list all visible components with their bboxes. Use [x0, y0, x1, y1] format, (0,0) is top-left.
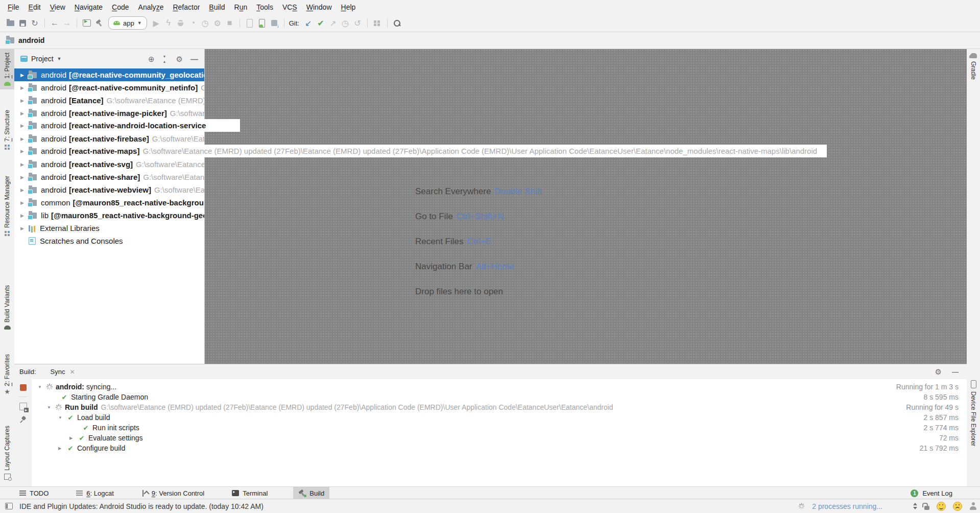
git-update-icon[interactable]: ↙: [302, 17, 315, 29]
menu-view[interactable]: View: [45, 0, 70, 14]
profile-icon[interactable]: ◔: [187, 17, 199, 29]
avd-manager-icon[interactable]: [256, 17, 268, 29]
happy-face-icon[interactable]: [937, 502, 946, 511]
make-project-hammer-icon[interactable]: [93, 17, 105, 29]
toolwindow-toggle-icon[interactable]: [5, 503, 13, 509]
sidebar-item-structure[interactable]: 7: Structure: [0, 110, 14, 150]
debug-icon[interactable]: [175, 17, 187, 29]
sidebar-item-device-file-explorer[interactable]: Device File Explorer: [967, 380, 980, 446]
close-icon[interactable]: ✕: [69, 368, 75, 376]
hide-panel-icon[interactable]: —: [190, 55, 198, 63]
run-configuration-select[interactable]: app ▼: [108, 16, 147, 30]
search-everywhere-icon[interactable]: [391, 17, 403, 29]
open-file-icon[interactable]: [4, 17, 16, 29]
toolwindow-todo[interactable]: TODO: [17, 487, 51, 499]
tree-row-android-netinfo[interactable]: ▶ android[@react-native-community_netinf…: [14, 81, 204, 94]
menu-window[interactable]: Window: [302, 0, 337, 14]
build-row-gradle-daemon[interactable]: ✔ Starting Gradle Daemon 8 s 595 ms: [32, 392, 967, 402]
menu-analyze[interactable]: Analyze: [134, 0, 169, 14]
breadcrumb[interactable]: android: [18, 36, 44, 44]
tree-row-location-service-expanded[interactable]: ▶ android[react-native-android-location-…: [14, 119, 240, 132]
sidebar-item-favorites[interactable]: 2: Favorites ★: [0, 354, 14, 394]
menu-help[interactable]: Help: [337, 0, 361, 14]
tab-sync[interactable]: Sync ✕: [51, 368, 75, 376]
chevron-right-icon[interactable]: ▶: [69, 436, 78, 440]
toolwindow-version-control[interactable]: 9: Version Control: [139, 487, 206, 499]
sidebar-item-build-variants[interactable]: Build Variants: [0, 285, 14, 330]
build-row-configure-build[interactable]: ▶ ✔ Configure build 21 s 792 ms: [32, 443, 967, 453]
tree-row-maps-expanded[interactable]: ▶ android[react-native-maps]G:\software\…: [14, 145, 827, 157]
locate-file-icon[interactable]: ⊕: [148, 55, 155, 63]
profiler-gauge-icon[interactable]: ◷: [199, 17, 211, 29]
user-notifications-icon[interactable]: [969, 502, 977, 510]
tree-row-external-libraries[interactable]: ▶ External Libraries: [14, 222, 204, 235]
menu-code[interactable]: Code: [107, 0, 133, 14]
tree-row-scratches[interactable]: ▶ Scratches and Consoles: [14, 235, 204, 247]
collapse-all-icon[interactable]: [162, 56, 169, 62]
build-row-run-build[interactable]: ▼ Run build G:\software\Eatance (EMRD) u…: [32, 402, 967, 412]
tree-row-android-image-picker[interactable]: ▶ android[react-native-image-picker]G:\s…: [14, 107, 204, 120]
chevron-down-icon[interactable]: ▼: [38, 385, 46, 389]
menu-navigate[interactable]: Navigate: [70, 0, 107, 14]
run-in-window-icon[interactable]: [81, 17, 93, 29]
save-all-icon[interactable]: [16, 17, 29, 29]
sidebar-item-gradle[interactable]: Gradle: [967, 53, 980, 80]
event-log-button[interactable]: 1 Event Log: [911, 489, 952, 497]
sad-face-icon[interactable]: [953, 502, 962, 511]
menu-run[interactable]: Run: [230, 0, 252, 14]
tree-row-android-eatance[interactable]: ▶ android[Eatance]G:\software\Eatance (E…: [14, 94, 204, 107]
shelf-icon[interactable]: [371, 17, 384, 29]
history-icon[interactable]: ◷: [339, 17, 351, 29]
sidebar-item-project[interactable]: 1: Project: [0, 49, 14, 89]
git-commit-icon[interactable]: ✔: [315, 17, 327, 29]
build-row-load-build[interactable]: ▼ ✔ Load build 2 s 857 ms: [32, 412, 967, 423]
toolwindow-logcat[interactable]: 6: Logcat: [74, 487, 116, 499]
build-row-run-init-scripts[interactable]: ✔ Run init scripts 2 s 774 ms: [32, 423, 967, 433]
chevron-down-icon[interactable]: ▼: [47, 405, 55, 410]
device-icon[interactable]: [244, 17, 256, 29]
tree-row-android-firebase[interactable]: ▶ android[react-native-firebase]G:\softw…: [14, 132, 204, 145]
tree-row-android-svg[interactable]: ▶ android[react-native-svg]G:\software\E…: [14, 158, 204, 171]
restore-view-icon[interactable]: [19, 403, 27, 410]
pin-icon[interactable]: [19, 416, 27, 423]
chevron-down-icon[interactable]: ▼: [58, 415, 66, 420]
unlock-icon[interactable]: [924, 506, 929, 510]
resize-stepper-icon[interactable]: [913, 503, 917, 509]
settings-gear-icon[interactable]: ⚙: [176, 55, 183, 63]
menu-edit[interactable]: Edit: [24, 0, 45, 14]
forward-icon[interactable]: →: [61, 17, 73, 29]
tree-row-common-background-geolocation[interactable]: ▶ common[@mauron85_react-native-backgrou…: [14, 196, 204, 209]
build-settings-gear-icon[interactable]: ⚙: [935, 367, 942, 377]
rollback-icon[interactable]: ↺: [351, 17, 364, 29]
menu-tools[interactable]: Tools: [252, 0, 278, 14]
run-icon[interactable]: ▶: [150, 17, 162, 29]
menu-refactor[interactable]: Refactor: [168, 0, 204, 14]
toolwindow-terminal[interactable]: Terminal: [230, 487, 270, 499]
stop-icon[interactable]: ■: [224, 17, 236, 29]
back-icon[interactable]: ←: [49, 17, 61, 29]
project-view-selector[interactable]: Project: [31, 55, 54, 63]
menu-vcs[interactable]: VCS: [278, 0, 302, 14]
tree-row-lib-background-geolocation[interactable]: ▶ lib[@mauron85_react-native-background-…: [14, 209, 204, 222]
tree-row-android-geolocation[interactable]: ▶ android[@react-native-community_geoloc…: [14, 68, 204, 81]
sidebar-item-layout-captures[interactable]: Layout Captures: [0, 426, 14, 480]
chevron-right-icon[interactable]: ▶: [20, 226, 29, 231]
chevron-down-icon[interactable]: ▼: [57, 56, 62, 61]
sync-icon[interactable]: ↻: [29, 17, 41, 29]
toolwindow-build[interactable]: Build: [293, 487, 329, 499]
chevron-right-icon[interactable]: ▶: [58, 446, 66, 451]
stop-build-icon[interactable]: [20, 384, 27, 391]
sidebar-item-resource-manager[interactable]: Resource Manager: [0, 176, 14, 237]
tree-row-android-webview[interactable]: ▶ android[react-native-webview]G:\softwa…: [14, 183, 204, 196]
sdk-manager-icon[interactable]: [268, 17, 280, 29]
attach-debugger-icon[interactable]: ⚙: [211, 17, 224, 29]
build-row-syncing[interactable]: ▼ android: syncing... Running for 1 m 3 …: [32, 382, 967, 392]
tree-row-android-share[interactable]: ▶ android[react-native-share]G:\software…: [14, 171, 204, 183]
editor-empty-area[interactable]: Search EverywhereDouble Shift Go to File…: [204, 49, 967, 364]
processes-running-link[interactable]: 2 processes running...: [812, 502, 882, 510]
apply-changes-icon[interactable]: ϟ: [162, 17, 175, 29]
menu-build[interactable]: Build: [204, 0, 229, 14]
build-row-evaluate-settings[interactable]: ▶ ✔ Evaluate settings 72 ms: [32, 433, 967, 443]
hide-build-panel-icon[interactable]: —: [952, 368, 959, 376]
git-push-icon[interactable]: ↗: [327, 17, 339, 29]
